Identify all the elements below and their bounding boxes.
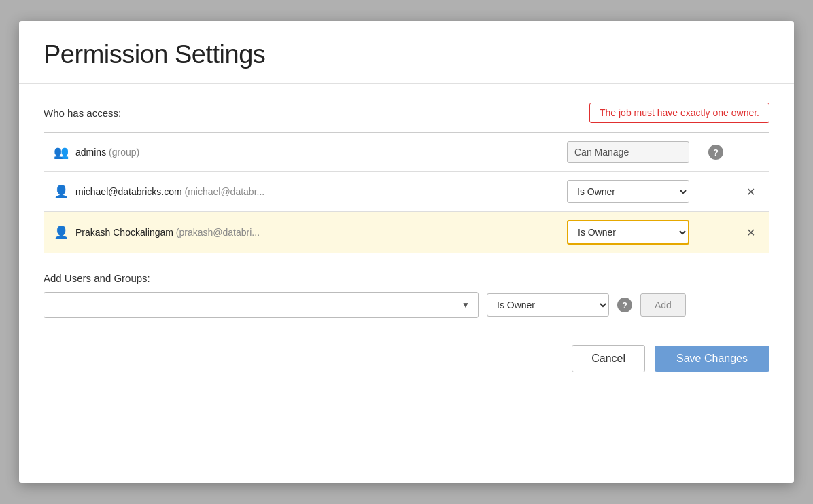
modal-overlay: Permission Settings Who has access: The … xyxy=(0,0,813,504)
save-button[interactable]: Save Changes xyxy=(655,346,769,372)
permission-static: Can Manage xyxy=(567,141,689,163)
chevron-down-icon: ▼ xyxy=(462,300,470,310)
group-icon: 👥 xyxy=(54,145,69,160)
user-name: admins (group) xyxy=(75,147,139,158)
permissions-table: 👥 admins (group) Can Manage ? xyxy=(44,132,769,253)
permission-cell: Is Owner Can Manage Can View xyxy=(557,172,699,212)
help-icon[interactable]: ? xyxy=(617,298,632,312)
remove-cell: ✕ xyxy=(733,212,769,253)
user-cell-td: 👥 admins (group) xyxy=(44,133,558,172)
table-row: 👤 Prakash Chockalingam (prakash@databri.… xyxy=(44,212,769,253)
add-permission-select[interactable]: Is Owner Can Manage Can View xyxy=(487,293,609,317)
add-users-label: Add Users and Groups: xyxy=(44,272,769,284)
modal-title: Permission Settings xyxy=(44,40,769,69)
table-row: 👥 admins (group) Can Manage ? xyxy=(44,133,769,172)
user-cell-td: 👤 michael@databricks.com (michael@databr… xyxy=(44,172,558,212)
remove-cell xyxy=(733,133,769,172)
permission-select-highlighted[interactable]: Is Owner Can Manage Can View xyxy=(567,220,689,245)
permission-cell: Can Manage xyxy=(557,133,699,172)
add-button[interactable]: Add xyxy=(640,293,686,317)
modal-body: Who has access: The job must have exactl… xyxy=(19,84,794,331)
table-row: 👤 michael@databricks.com (michael@databr… xyxy=(44,172,769,212)
user-name-container: michael@databricks.com (michael@databr..… xyxy=(75,186,264,197)
user-cell: 👤 michael@databricks.com (michael@databr… xyxy=(54,184,548,199)
permission-settings-modal: Permission Settings Who has access: The … xyxy=(19,21,794,483)
user-icon: 👤 xyxy=(54,225,69,240)
add-user-dropdown[interactable]: ▼ xyxy=(44,292,479,318)
user-cell: 👤 Prakash Chockalingam (prakash@databri.… xyxy=(54,225,548,240)
modal-header: Permission Settings xyxy=(19,21,794,84)
help-icon-cell xyxy=(699,212,733,253)
remove-button[interactable]: ✕ xyxy=(742,183,759,201)
permission-select[interactable]: Is Owner Can Manage Can View xyxy=(567,180,689,203)
add-row: ▼ Is Owner Can Manage Can View ? Add xyxy=(44,292,769,318)
user-icon: 👤 xyxy=(54,184,69,199)
cancel-button[interactable]: Cancel xyxy=(572,345,645,372)
help-icon-cell xyxy=(699,172,733,212)
modal-footer: Cancel Save Changes xyxy=(19,331,794,391)
access-header-row: Who has access: The job must have exactl… xyxy=(44,103,769,123)
user-cell-td: 👤 Prakash Chockalingam (prakash@databri.… xyxy=(44,212,558,253)
who-has-access-label: Who has access: xyxy=(44,107,121,119)
help-icon[interactable]: ? xyxy=(708,145,723,160)
remove-cell: ✕ xyxy=(733,172,769,212)
user-name-container: Prakash Chockalingam (prakash@databri... xyxy=(75,227,260,238)
error-badge: The job must have exactly one owner. xyxy=(589,103,769,123)
user-cell: 👥 admins (group) xyxy=(54,145,548,160)
permission-cell: Is Owner Can Manage Can View xyxy=(557,212,699,253)
help-icon-cell: ? xyxy=(699,133,733,172)
remove-button[interactable]: ✕ xyxy=(742,223,759,242)
